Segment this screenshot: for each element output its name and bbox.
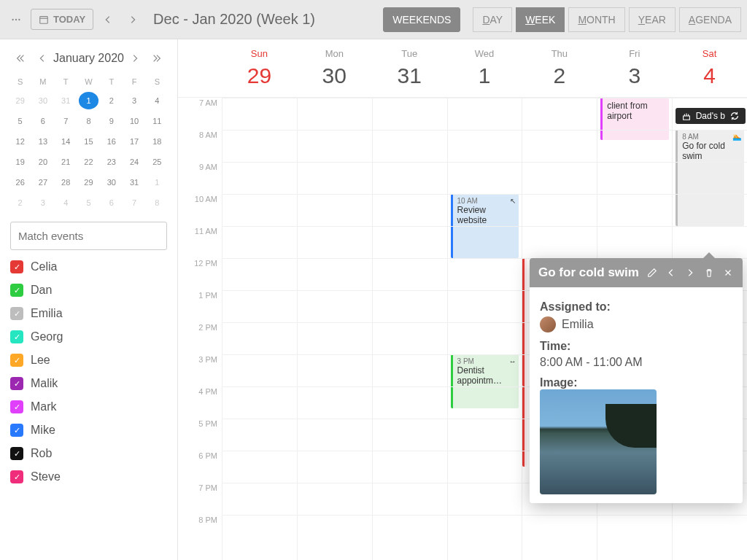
checkbox-icon[interactable]: ✓ <box>10 260 23 273</box>
mini-prev-icon[interactable] <box>32 48 53 69</box>
mini-day[interactable]: 1 <box>79 92 98 109</box>
mini-prev-year-icon[interactable] <box>10 48 31 69</box>
mini-day[interactable]: 31 <box>56 92 76 109</box>
svg-point-2 <box>18 18 20 20</box>
mini-day[interactable]: 30 <box>33 92 53 109</box>
mini-calendar[interactable]: SMTWTFS293031123456789101112131415161718… <box>10 74 167 211</box>
mini-day[interactable]: 30 <box>101 174 121 191</box>
mini-day[interactable]: 15 <box>79 133 98 150</box>
mini-day[interactable]: 3 <box>33 194 53 211</box>
mini-day[interactable]: 4 <box>147 92 167 109</box>
resource-item[interactable]: ✓Mark <box>10 400 167 413</box>
mini-day[interactable]: 26 <box>10 174 30 191</box>
mini-day[interactable]: 24 <box>124 153 144 171</box>
day-header-cell[interactable]: Thu2 <box>522 39 597 97</box>
mini-day[interactable]: 6 <box>101 194 121 211</box>
resource-item[interactable]: ✓Emilia <box>10 307 167 320</box>
mini-day[interactable]: 20 <box>33 153 53 171</box>
checkbox-icon[interactable]: ✓ <box>10 330 23 343</box>
resource-item[interactable]: ✓Steve <box>10 470 167 483</box>
checkbox-icon[interactable]: ✓ <box>10 470 23 483</box>
mini-day[interactable]: 29 <box>10 92 30 109</box>
resource-item[interactable]: ✓Georg <box>10 330 167 343</box>
tooltip-prev-icon[interactable] <box>665 267 677 279</box>
resource-item[interactable]: ✓Malik <box>10 377 167 390</box>
next-icon[interactable] <box>123 9 143 30</box>
mini-day[interactable]: 10 <box>124 112 144 130</box>
checkbox-icon[interactable]: ✓ <box>10 377 23 390</box>
mini-day[interactable]: 22 <box>79 153 98 171</box>
day-header-cell[interactable]: Mon30 <box>297 39 372 97</box>
mini-day[interactable]: 2 <box>10 194 30 211</box>
mini-next-year-icon[interactable] <box>147 48 167 69</box>
mini-day[interactable]: 6 <box>33 112 53 130</box>
mini-day[interactable]: 17 <box>124 133 144 150</box>
month-button[interactable]: MONTH <box>568 7 624 32</box>
mini-day[interactable]: 3 <box>124 92 144 109</box>
mini-day[interactable]: 19 <box>10 153 30 171</box>
weekends-button[interactable]: WEEKENDS <box>383 7 460 32</box>
close-icon[interactable] <box>722 267 734 279</box>
agenda-button[interactable]: AGENDA <box>679 7 741 32</box>
mini-day[interactable]: 31 <box>124 174 144 191</box>
assignee-name: Emilia <box>562 318 594 331</box>
checkbox-icon[interactable]: ✓ <box>10 400 23 413</box>
tooltip-next-icon[interactable] <box>684 267 696 279</box>
allday-label: Dad's b <box>696 111 725 121</box>
mini-day[interactable]: 12 <box>10 133 30 150</box>
prev-icon[interactable] <box>98 9 118 30</box>
event-tooltip: Go for cold swim Assigned to: Emilia Tim… <box>530 258 743 503</box>
mini-day[interactable]: 13 <box>33 133 53 150</box>
search-input[interactable] <box>10 222 167 250</box>
hour-label: 6 PM <box>178 451 222 483</box>
mini-day[interactable]: 7 <box>124 194 144 211</box>
checkbox-icon[interactable]: ✓ <box>10 354 23 367</box>
edit-icon[interactable] <box>646 267 658 279</box>
week-button[interactable]: WEEK <box>516 7 565 32</box>
mini-day[interactable]: 8 <box>147 194 167 211</box>
checkbox-icon[interactable]: ✓ <box>10 424 23 437</box>
mini-day[interactable]: 16 <box>101 133 121 150</box>
resource-list: ✓Celia✓Dan✓Emilia✓Georg✓Lee✓Malik✓Mark✓M… <box>10 260 167 483</box>
year-button[interactable]: YEAR <box>629 7 676 32</box>
mini-day[interactable]: 23 <box>101 153 121 171</box>
day-header-cell[interactable]: Sat4 <box>672 39 747 97</box>
image-label: Image: <box>540 376 732 389</box>
recurring-icon <box>729 111 740 121</box>
mini-day[interactable]: 25 <box>147 153 167 171</box>
checkbox-icon[interactable]: ✓ <box>10 307 23 320</box>
mini-day[interactable]: 5 <box>79 194 98 211</box>
resource-item[interactable]: ✓Rob <box>10 447 167 460</box>
mini-day[interactable]: 4 <box>56 194 76 211</box>
mini-day[interactable]: 21 <box>56 153 76 171</box>
checkbox-icon[interactable]: ✓ <box>10 284 23 297</box>
mini-next-icon[interactable] <box>125 48 145 69</box>
day-button[interactable]: DAY <box>473 7 512 32</box>
day-header-cell[interactable]: Sun29 <box>222 39 297 97</box>
checkbox-icon[interactable]: ✓ <box>10 447 23 460</box>
resource-item[interactable]: ✓Lee <box>10 354 167 367</box>
mini-day[interactable]: 14 <box>56 133 76 150</box>
delete-icon[interactable] <box>703 267 715 279</box>
resource-item[interactable]: ✓Dan <box>10 284 167 297</box>
mini-day[interactable]: 27 <box>33 174 53 191</box>
resource-item[interactable]: ✓Mike <box>10 424 167 437</box>
day-header-cell[interactable]: Wed1 <box>447 39 522 97</box>
mini-day[interactable]: 1 <box>147 174 167 191</box>
allday-event[interactable]: Dad's b <box>676 108 746 124</box>
mini-day[interactable]: 5 <box>10 112 30 130</box>
mini-day[interactable]: 18 <box>147 133 167 150</box>
day-header-cell[interactable]: Fri3 <box>597 39 672 97</box>
day-header-cell[interactable]: Tue31 <box>372 39 447 97</box>
menu-icon[interactable] <box>6 9 26 30</box>
mini-day[interactable]: 28 <box>56 174 76 191</box>
mini-day[interactable]: 9 <box>101 112 121 130</box>
mini-day[interactable]: 8 <box>79 112 98 130</box>
mini-day[interactable]: 2 <box>101 92 121 109</box>
today-button[interactable]: TODAY <box>31 9 93 30</box>
mini-day[interactable]: 7 <box>56 112 76 130</box>
resource-item[interactable]: ✓Celia <box>10 260 167 273</box>
mini-cal-title: January 2020 <box>53 52 124 65</box>
mini-day[interactable]: 11 <box>147 112 167 130</box>
mini-day[interactable]: 29 <box>79 174 98 191</box>
